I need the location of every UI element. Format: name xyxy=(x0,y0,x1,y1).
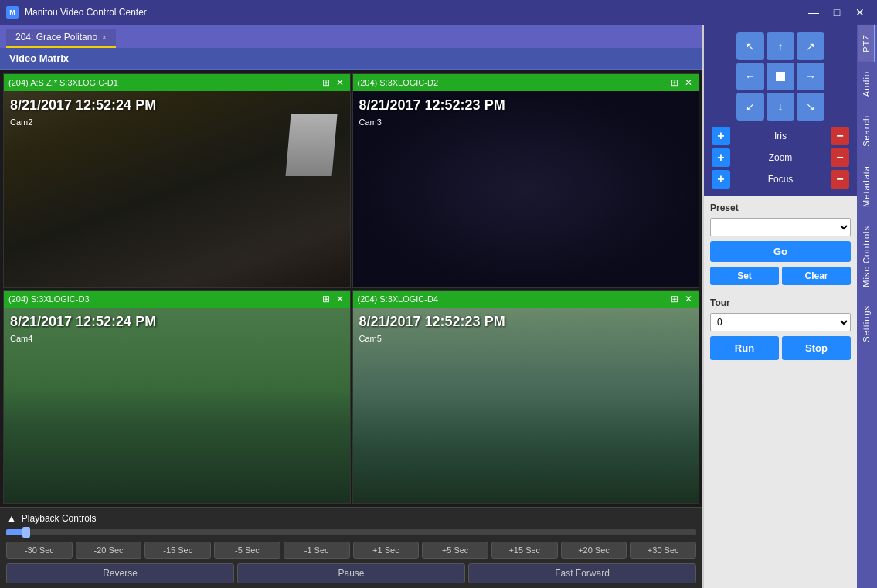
dpad-down-right-button[interactable]: ↘ xyxy=(797,93,824,121)
video-cell-header-1: (204) A:S Z:* S:3XLOGIC-D1 ⊞ ✕ xyxy=(4,74,350,91)
app-title: Manitou Video Control Center xyxy=(25,7,147,18)
seek-minus20[interactable]: -20 Sec xyxy=(76,542,142,559)
preset-clear-button[interactable]: Clear xyxy=(782,267,851,285)
preset-label: Preset xyxy=(710,202,851,213)
active-tab[interactable]: 204: Grace Politano × xyxy=(6,29,116,48)
zoom-plus-button[interactable]: + xyxy=(712,148,730,167)
timeline-progress xyxy=(6,529,27,535)
side-tab-metadata[interactable]: Metadata xyxy=(858,156,875,216)
iris-minus-button[interactable]: − xyxy=(831,127,849,145)
playback-collapse-button[interactable]: ▲ xyxy=(6,512,17,525)
side-tab-audio[interactable]: Audio xyxy=(858,62,875,106)
dpad-left-button[interactable]: ← xyxy=(736,63,764,90)
dpad-up-right-button[interactable]: ↗ xyxy=(797,32,824,60)
dpad-up-left-button[interactable]: ↖ xyxy=(736,32,764,60)
seek-plus1[interactable]: +1 Sec xyxy=(353,542,420,559)
title-bar-left: M Manitou Video Control Center xyxy=(6,6,147,19)
fast-forward-button[interactable]: Fast Forward xyxy=(468,563,696,583)
cam1-timestamp: 8/21/2017 12:52:24 PM xyxy=(10,97,156,114)
stop-square-icon xyxy=(776,72,785,81)
zoom-row: + Zoom − xyxy=(712,148,849,167)
seek-plus5[interactable]: +5 Sec xyxy=(422,542,488,559)
seek-minus5[interactable]: -5 Sec xyxy=(214,542,280,559)
timeline-bar[interactable] xyxy=(6,529,696,535)
cam2-timestamp: 8/21/2017 12:52:23 PM xyxy=(359,97,505,114)
cam2-maximize[interactable]: ⊞ xyxy=(669,77,680,88)
cam1-close[interactable]: ✕ xyxy=(335,77,345,88)
cam1-maximize[interactable]: ⊞ xyxy=(321,77,331,88)
focus-minus-button[interactable]: − xyxy=(831,170,849,189)
close-button[interactable]: ✕ xyxy=(849,5,871,20)
title-bar: M Manitou Video Control Center — □ ✕ xyxy=(0,0,877,25)
cam2-bg-decor xyxy=(353,91,699,287)
seek-minus15[interactable]: -15 Sec xyxy=(144,542,211,559)
side-tab-search[interactable]: Search xyxy=(858,106,875,156)
zoom-minus-button[interactable]: − xyxy=(831,148,849,167)
tour-stop-button[interactable]: Stop xyxy=(782,336,851,360)
cam2-feed[interactable]: 8/21/2017 12:52:23 PM Cam3 xyxy=(353,91,699,287)
iris-row: + Iris − xyxy=(712,127,849,145)
seek-minus30[interactable]: -30 Sec xyxy=(6,542,73,559)
side-tab-misc[interactable]: Misc Controls xyxy=(858,216,875,297)
window-controls: — □ ✕ xyxy=(803,5,871,20)
dpad-right-button[interactable]: → xyxy=(797,63,824,90)
seek-buttons: -30 Sec -20 Sec -15 Sec -5 Sec -1 Sec +1… xyxy=(6,542,696,559)
tab-bar: 204: Grace Politano × xyxy=(0,25,702,48)
cam4-feed[interactable]: 8/21/2017 12:52:23 PM Cam5 xyxy=(353,308,699,504)
cam1-feed[interactable]: 8/21/2017 12:52:24 PM Cam2 xyxy=(4,91,350,287)
dpad-down-button[interactable]: ↓ xyxy=(767,93,794,121)
cam3-title: (204) S:3XLOGIC-D3 xyxy=(8,294,90,304)
preset-actions: Set Clear xyxy=(710,267,851,285)
tab-close-button[interactable]: × xyxy=(102,33,107,42)
app-icon: M xyxy=(6,6,19,19)
cam1-bg-decor xyxy=(4,91,350,287)
side-tab-settings[interactable]: Settings xyxy=(858,296,875,352)
cam4-close[interactable]: ✕ xyxy=(683,294,694,304)
preset-section: Preset Go Set Clear xyxy=(704,196,857,291)
cam3-maximize[interactable]: ⊞ xyxy=(321,294,331,304)
iris-label: Iris xyxy=(735,131,826,141)
side-tab-ptz[interactable]: PTZ xyxy=(858,25,875,62)
side-tabs: PTZ Audio Search Metadata Misc Controls … xyxy=(857,25,877,588)
video-cell-3: (204) S:3XLOGIC-D3 ⊞ ✕ 8/21/2017 12:52:2… xyxy=(3,290,351,505)
tour-select[interactable]: 0 xyxy=(710,313,851,331)
pause-button[interactable]: Pause xyxy=(237,563,465,583)
focus-row: + Focus − xyxy=(712,170,849,189)
dpad: ↖ ↑ ↗ ← → ↙ ↓ ↘ xyxy=(736,32,824,121)
preset-go-button[interactable]: Go xyxy=(710,241,851,262)
focus-plus-button[interactable]: + xyxy=(712,170,730,189)
iris-plus-button[interactable]: + xyxy=(712,127,730,145)
cam4-maximize[interactable]: ⊞ xyxy=(669,294,680,304)
video-cell-header-2: (204) S:3XLOGIC-D2 ⊞ ✕ xyxy=(353,74,699,91)
timeline-thumb xyxy=(22,527,30,538)
dpad-center-button[interactable] xyxy=(767,63,794,90)
right-panel: ↖ ↑ ↗ ← → ↙ ↓ ↘ + Iris xyxy=(702,25,857,588)
zoom-label: Zoom xyxy=(735,152,826,163)
cam3-timestamp: 8/21/2017 12:52:24 PM xyxy=(10,314,156,330)
reverse-button[interactable]: Reverse xyxy=(6,563,234,583)
seek-plus20[interactable]: +20 Sec xyxy=(561,542,627,559)
cam4-bg-decor xyxy=(353,308,699,504)
video-cell-2: (204) S:3XLOGIC-D2 ⊞ ✕ 8/21/2017 12:52:2… xyxy=(352,73,700,288)
tab-label: 204: Grace Politano xyxy=(15,32,97,42)
minimize-button[interactable]: — xyxy=(803,5,824,20)
cam3-feed[interactable]: 8/21/2017 12:52:24 PM Cam4 xyxy=(4,308,350,504)
cam3-label: Cam4 xyxy=(10,334,32,343)
seek-minus1[interactable]: -1 Sec xyxy=(284,542,350,559)
preset-set-button[interactable]: Set xyxy=(710,267,779,285)
seek-plus30[interactable]: +30 Sec xyxy=(630,542,696,559)
playback-title: Playback Controls xyxy=(22,513,97,524)
tour-label: Tour xyxy=(710,297,851,308)
cam4-timestamp: 8/21/2017 12:52:23 PM xyxy=(359,314,505,330)
preset-select[interactable] xyxy=(710,218,851,236)
cam3-bg-decor xyxy=(4,308,350,504)
dpad-down-left-button[interactable]: ↙ xyxy=(736,93,764,121)
cam2-title: (204) S:3XLOGIC-D2 xyxy=(358,78,439,87)
cam2-close[interactable]: ✕ xyxy=(683,77,694,88)
cam1-title: (204) A:S Z:* S:3XLOGIC-D1 xyxy=(8,78,118,87)
maximize-button[interactable]: □ xyxy=(826,5,848,20)
cam3-close[interactable]: ✕ xyxy=(335,294,345,304)
tour-run-button[interactable]: Run xyxy=(710,336,779,360)
seek-plus15[interactable]: +15 Sec xyxy=(491,542,558,559)
dpad-up-button[interactable]: ↑ xyxy=(767,32,794,60)
